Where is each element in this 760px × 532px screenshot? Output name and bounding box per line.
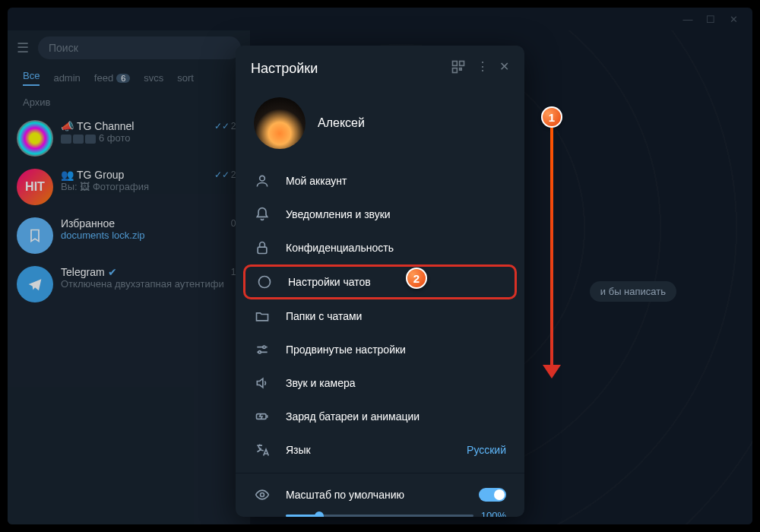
search-input[interactable]: Поиск xyxy=(38,36,241,59)
folder-tabs: Все admin feed 6 svcs sort xyxy=(8,65,250,90)
svg-point-8 xyxy=(258,351,261,353)
settings-list: Мой аккаунт Уведомления и звуки Конфиден… xyxy=(236,164,524,517)
settings-item-account[interactable]: Мой аккаунт xyxy=(236,164,524,198)
user-icon xyxy=(254,173,271,188)
settings-label: Конфиденциальность xyxy=(286,242,506,254)
modal-actions: ⋮ ✕ xyxy=(451,59,509,78)
battery-icon xyxy=(254,409,271,424)
profile-avatar xyxy=(254,97,306,149)
scale-label: Масштаб по умолчанию xyxy=(286,489,464,501)
chat-item-saved[interactable]: Избранное 01 documents lock.zip xyxy=(8,211,250,260)
close-icon[interactable]: ✕ xyxy=(499,59,509,78)
chat-icon xyxy=(256,274,273,290)
tab-feed-badge: 6 xyxy=(116,74,130,83)
svg-point-6 xyxy=(259,277,271,288)
scale-toggle[interactable] xyxy=(479,488,506,502)
modal-header: Настройки ⋮ ✕ xyxy=(236,46,524,91)
bell-icon xyxy=(254,207,271,222)
settings-item-battery[interactable]: Заряд батареи и анимации xyxy=(236,400,524,433)
chat-item-telegram[interactable]: Telegram ✔ 13 Отключена двухэтапная ауте… xyxy=(8,260,250,309)
scale-slider[interactable] xyxy=(286,515,473,517)
eye-icon xyxy=(254,487,271,502)
sliders-icon xyxy=(254,342,271,357)
settings-item-notifications[interactable]: Уведомления и звуки xyxy=(236,198,524,231)
profile-row[interactable]: Алексей xyxy=(236,91,524,164)
settings-label: Звук и камера xyxy=(286,377,506,389)
qr-icon[interactable] xyxy=(451,59,466,78)
scale-value: 100% xyxy=(481,510,506,517)
svg-rect-1 xyxy=(460,62,464,66)
close-window-button[interactable]: ✕ xyxy=(722,14,745,25)
chat-info: 👥 TG Group ✓✓29 Вы: 🖼 Фотография xyxy=(61,169,241,205)
avatar: HIT xyxy=(17,169,53,205)
slider-thumb[interactable] xyxy=(315,511,324,518)
chat-preview: documents lock.zip xyxy=(61,230,241,241)
svg-point-7 xyxy=(263,346,265,348)
settings-item-advanced[interactable]: Продвинутые настройки xyxy=(236,333,524,366)
tab-svcs[interactable]: svcs xyxy=(144,70,163,86)
tab-admin[interactable]: admin xyxy=(53,70,80,86)
settings-item-privacy[interactable]: Конфиденциальность xyxy=(236,231,524,264)
lock-icon xyxy=(254,240,271,255)
tab-all[interactable]: Все xyxy=(23,70,40,86)
settings-label: Продвинутые настройки xyxy=(286,344,506,356)
settings-item-scale: Масштаб по умолчанию xyxy=(236,480,524,505)
chat-info: Telegram ✔ 13 Отключена двухэтапная ауте… xyxy=(61,266,241,302)
tab-sort[interactable]: sort xyxy=(177,70,194,86)
svg-point-4 xyxy=(260,176,265,181)
settings-item-sound-camera[interactable]: Звук и камера xyxy=(236,366,524,400)
folder-icon xyxy=(254,309,271,324)
archive-label: Архив xyxy=(8,90,250,114)
chat-item-group[interactable]: HIT 👥 TG Group ✓✓29 Вы: 🖼 Фотография xyxy=(8,163,250,211)
chat-info: 📣 TG Channel ✓✓29 6 фото xyxy=(61,120,241,157)
profile-name: Алексей xyxy=(318,116,365,130)
modal-title: Настройки xyxy=(251,61,318,77)
avatar xyxy=(17,120,53,157)
scale-slider-row: 100% xyxy=(236,505,524,517)
chat-name: 📣 TG Channel xyxy=(61,120,134,132)
speaker-icon xyxy=(254,375,271,391)
divider xyxy=(236,473,524,473)
chat-name: 👥 TG Group xyxy=(61,169,124,181)
settings-label: Язык xyxy=(286,444,451,456)
highlight-chat-settings: Настройки чатов xyxy=(243,264,517,299)
language-value: Русский xyxy=(467,444,506,456)
chat-item-channel[interactable]: 📣 TG Channel ✓✓29 6 фото xyxy=(8,114,250,163)
svg-rect-2 xyxy=(453,68,458,73)
maximize-button[interactable]: ☐ xyxy=(699,14,722,25)
annotation-arrow-head xyxy=(543,365,561,378)
sidebar-header: ☰ Поиск xyxy=(8,30,250,65)
chat-preview: Вы: 🖼 Фотография xyxy=(61,181,241,192)
telegram-icon xyxy=(17,266,53,302)
chat-preview: Отключена двухэтапная аутентифи xyxy=(61,278,241,290)
settings-item-chat-settings[interactable]: Настройки чатов xyxy=(245,267,515,297)
language-icon xyxy=(254,442,271,458)
settings-modal: Настройки ⋮ ✕ Алексей Мой аккаунт Уведом… xyxy=(236,46,524,517)
minimize-button[interactable]: — xyxy=(676,14,699,25)
settings-label: Уведомления и звуки xyxy=(286,208,506,220)
titlebar: — ☐ ✕ xyxy=(8,8,752,30)
chat-info: Избранное 01 documents lock.zip xyxy=(61,217,241,254)
chat-preview: 6 фото xyxy=(61,132,241,144)
svg-point-10 xyxy=(261,493,264,497)
svg-rect-3 xyxy=(460,68,462,71)
sidebar: ☰ Поиск Все admin feed 6 svcs sort Архив… xyxy=(8,30,251,524)
settings-label: Заряд батареи и анимации xyxy=(286,410,506,423)
chat-name: Избранное xyxy=(61,217,115,230)
annotation-arrow xyxy=(550,128,553,371)
empty-chat-hint: и бы написать xyxy=(590,281,676,302)
tab-feed-label: feed xyxy=(94,72,113,84)
settings-label: Настройки чатов xyxy=(288,276,504,288)
menu-icon[interactable]: ☰ xyxy=(17,40,29,56)
settings-item-folders[interactable]: Папки с чатами xyxy=(236,299,524,333)
settings-label: Папки с чатами xyxy=(286,310,506,322)
svg-rect-0 xyxy=(453,62,458,66)
svg-rect-5 xyxy=(258,247,267,253)
settings-label: Мой аккаунт xyxy=(286,175,506,187)
settings-item-language[interactable]: Язык Русский xyxy=(236,433,524,467)
tab-feed[interactable]: feed 6 xyxy=(94,70,130,86)
more-icon[interactable]: ⋮ xyxy=(477,59,489,78)
annotation-step-2: 2 xyxy=(406,268,427,289)
bookmark-icon xyxy=(17,217,53,254)
chat-name: Telegram ✔ xyxy=(61,266,117,278)
